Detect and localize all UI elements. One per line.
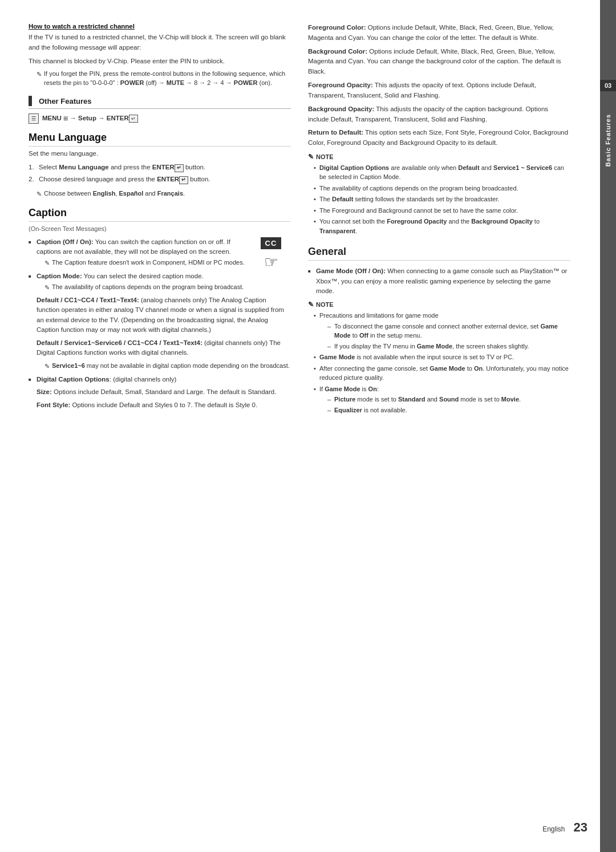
general-note-precautions: Precautions and limitations for game mod… (314, 311, 570, 351)
foreground-color: Foreground Color: Options include Defaul… (308, 23, 570, 43)
general-note-list: Precautions and limitations for game mod… (308, 311, 570, 415)
note-item-2: The availability of captions depends on … (314, 184, 570, 193)
note-item-5: You cannot set both the Foreground Opaci… (314, 217, 570, 236)
general-bullet-list: Game Mode (Off / On): When connecting to… (308, 266, 570, 296)
precaution-1: To disconnect the game console and conne… (327, 322, 570, 340)
right-column: Foreground Color: Options include Defaul… (308, 23, 570, 829)
caption-mode-analog: Default / CC1~CC4 / Text1~Text4: (analog… (37, 295, 291, 335)
caption-size: Size: Options include Default, Small, St… (37, 387, 291, 397)
step-1: Select Menu Language and press the ENTER… (29, 163, 291, 172)
page-number: 23 (574, 820, 587, 834)
game-mode-on-list: Picture mode is set to Standard and Soun… (319, 395, 570, 415)
caption-mode-digital-heading: Default / Service1~Service6 / CC1~CC4 / … (37, 338, 291, 358)
precaution-2: If you display the TV menu in Game Mode,… (327, 342, 570, 351)
caption-content: CC ☞ Caption (Off / On): You can switch … (29, 237, 291, 411)
how-to-watch-section: How to watch a restricted channel If the… (29, 23, 291, 88)
other-features-title: Other Features (39, 97, 91, 106)
caption-font-style: Font Style: Options include Default and … (37, 400, 291, 410)
how-to-heading: How to watch a restricted channel (29, 23, 291, 30)
caption-item-off-on: Caption (Off / On): You can switch the c… (29, 237, 291, 268)
how-to-para1: If the TV is tuned to a restricted chann… (29, 33, 291, 53)
return-to-default: Return to Default: This option sets each… (308, 128, 570, 148)
note-item-3: The Default setting follows the standard… (314, 194, 570, 204)
caption-item-mode: Caption Mode: You can select the desired… (29, 271, 291, 371)
menu-nav: ☰ MENU ⊞ → Setup → ENTER↵ (29, 113, 291, 124)
game-mode-equalizer: Equalizer is not available. (327, 405, 570, 415)
note-item-4: The Foreground and Background cannot be … (314, 206, 570, 216)
general-title: General (308, 246, 570, 261)
caption-bullet-list: Caption (Off / On): You can switch the c… (29, 237, 291, 411)
other-features-section: Other Features ☰ MENU ⊞ → Setup → ENTER↵ (29, 96, 291, 124)
game-mode-picture: Picture mode is set to Standard and Soun… (327, 395, 570, 404)
language-note-text: Choose between English, Español and Fran… (44, 189, 185, 198)
caption-section: Caption (On-Screen Text Messages) CC ☞ C… (29, 207, 291, 411)
menu-language-title: Menu Language (29, 132, 291, 147)
note-item-1: Digital Caption Options are available on… (314, 163, 570, 182)
caption-note-list: Digital Caption Options are available on… (308, 163, 570, 236)
left-column: How to watch a restricted channel If the… (29, 23, 291, 829)
chapter-number: 03 (600, 80, 616, 91)
background-color: Background Color: Options include Defaul… (308, 47, 570, 77)
caption-off-on-note: The Caption feature doesn't work in Comp… (37, 258, 245, 268)
game-mode-item: Game Mode (Off / On): When connecting to… (308, 266, 570, 296)
pin-note-text: If you forget the PIN, press the remote-… (44, 70, 291, 88)
caption-continued-section: Foreground Color: Options include Defaul… (308, 23, 570, 236)
caption-note-block: NOTE Digital Caption Options are availab… (308, 153, 570, 236)
caption-item-digital-options: Digital Caption Options: (digital channe… (29, 375, 291, 411)
caption-note-label: NOTE (308, 153, 570, 161)
chapter-sidebar: 03 Basic Features (600, 0, 616, 852)
caption-title: Caption (29, 207, 291, 222)
menu-icon: ☰ (29, 113, 39, 124)
how-to-para2: This channel is blocked by V-Chip. Pleas… (29, 56, 291, 67)
page-lang: English (542, 825, 565, 833)
general-note-label: NOTE (308, 301, 570, 309)
caption-mode-note: The availability of captions depends on … (37, 283, 291, 293)
general-note-after-connecting: After connecting the game console, set G… (314, 364, 570, 383)
general-section: General Game Mode (Off / On): When conne… (308, 246, 570, 415)
caption-subtitle: (On-Screen Text Messages) (29, 224, 291, 234)
menu-language-intro: Set the menu language. (29, 149, 291, 159)
chapter-title: Basic Features (605, 114, 611, 167)
background-opacity: Background Opacity: This adjusts the opa… (308, 104, 570, 125)
general-note-not-available: Game Mode is not available when the inpu… (314, 352, 570, 362)
language-note: Choose between English, Español and Fran… (29, 189, 291, 199)
blue-bar-icon (29, 96, 32, 106)
page-number-area: English 23 (542, 820, 587, 835)
precautions-dash-list: To disconnect the game console and conne… (319, 322, 570, 351)
foreground-opacity: Foreground Opacity: This adjusts the opa… (308, 80, 570, 101)
step-2: Choose desired language and press the EN… (29, 175, 291, 184)
other-features-header: Other Features (29, 96, 291, 109)
general-note-block: NOTE Precautions and limitations for gam… (308, 301, 570, 415)
menu-language-steps: Select Menu Language and press the ENTER… (29, 163, 291, 185)
menu-language-section: Menu Language Set the menu language. Sel… (29, 132, 291, 198)
enter-icon: ↵ (129, 115, 138, 123)
menu-nav-text: MENU ⊞ → Setup → ENTER↵ (42, 115, 138, 123)
service-note: Service1~6 may not be available in digit… (37, 362, 291, 371)
general-note-if-on: If Game Mode is On: Picture mode is set … (314, 384, 570, 415)
pin-note: If you forget the PIN, press the remote-… (29, 70, 291, 88)
